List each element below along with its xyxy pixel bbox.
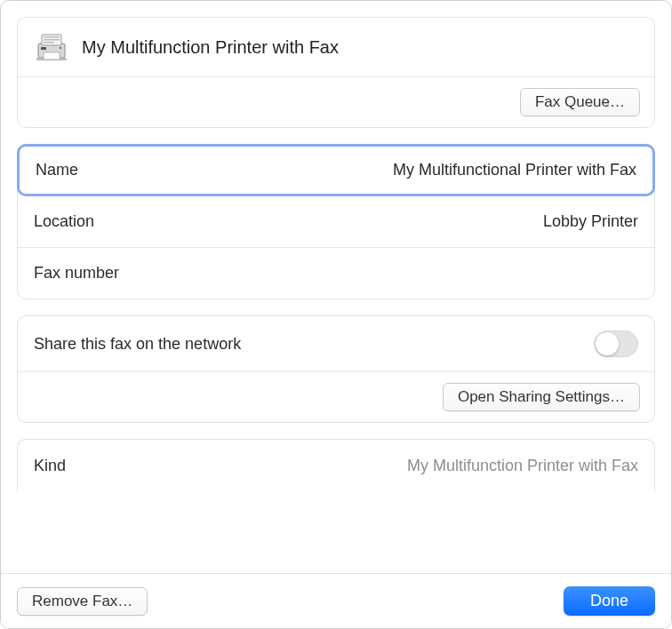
svg-rect-4 xyxy=(44,42,54,44)
svg-rect-5 xyxy=(41,47,46,50)
location-row[interactable]: Location Lobby Printer xyxy=(18,195,654,247)
toggle-knob xyxy=(596,332,619,355)
device-header: My Multifunction Printer with Fax xyxy=(18,18,654,77)
fax-settings-dialog: My Multifunction Printer with Fax Fax Qu… xyxy=(0,0,672,629)
fax-machine-icon xyxy=(34,31,69,63)
svg-point-6 xyxy=(60,47,62,50)
open-sharing-settings-button[interactable]: Open Sharing Settings… xyxy=(443,383,640,411)
kind-row: Kind My Multifunction Printer with Fax xyxy=(18,440,654,491)
svg-rect-3 xyxy=(44,39,60,41)
fax-queue-button[interactable]: Fax Queue… xyxy=(520,88,640,116)
header-block: My Multifunction Printer with Fax Fax Qu… xyxy=(17,17,655,128)
device-title: My Multifunction Printer with Fax xyxy=(82,37,339,58)
kind-value: My Multifunction Printer with Fax xyxy=(407,457,638,475)
remove-fax-button[interactable]: Remove Fax… xyxy=(17,587,148,616)
kind-block: Kind My Multifunction Printer with Fax xyxy=(17,439,655,491)
share-label: Share this fax on the network xyxy=(34,335,241,354)
share-row: Share this fax on the network xyxy=(18,316,654,371)
location-label: Location xyxy=(34,212,94,231)
content-area: My Multifunction Printer with Fax Fax Qu… xyxy=(1,1,671,573)
sharing-block: Share this fax on the network Open Shari… xyxy=(17,315,655,423)
location-value: Lobby Printer xyxy=(543,212,638,231)
done-button[interactable]: Done xyxy=(564,586,655,616)
name-value: My Multifunctional Printer with Fax xyxy=(393,161,636,179)
fax-number-label: Fax number xyxy=(34,264,119,283)
info-block: Name My Multifunctional Printer with Fax… xyxy=(17,144,655,299)
queue-row: Fax Queue… xyxy=(18,77,654,127)
name-row[interactable]: Name My Multifunctional Printer with Fax xyxy=(17,144,655,196)
svg-rect-2 xyxy=(44,36,60,38)
share-toggle[interactable] xyxy=(594,330,638,357)
fax-number-row[interactable]: Fax number xyxy=(18,247,654,299)
name-label: Name xyxy=(36,161,78,179)
sharing-actions-row: Open Sharing Settings… xyxy=(18,371,654,422)
footer-bar: Remove Fax… Done xyxy=(1,573,671,628)
kind-label: Kind xyxy=(34,457,66,475)
svg-rect-8 xyxy=(44,52,60,60)
